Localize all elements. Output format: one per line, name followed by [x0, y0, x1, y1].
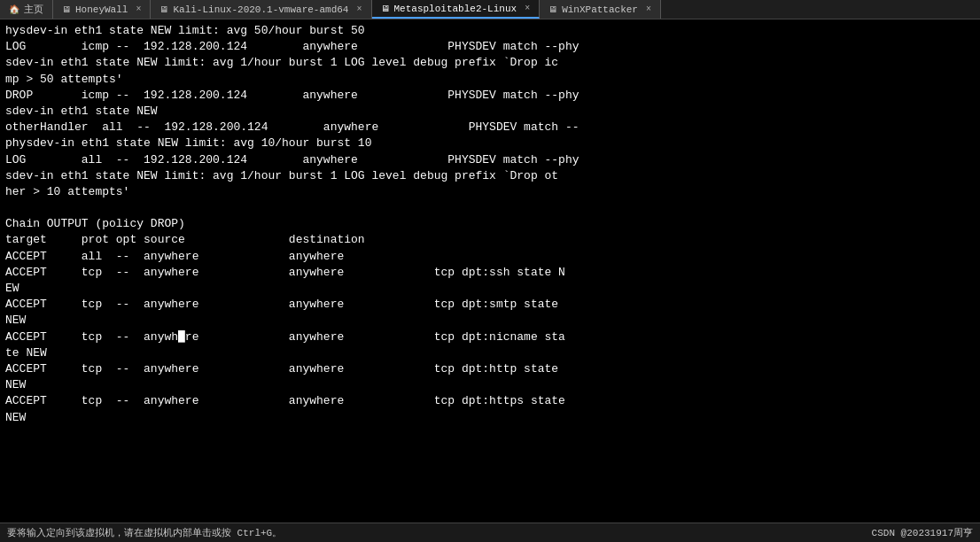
tab-zhuye-label: 主页 [24, 3, 43, 16]
tab-kali-label: Kali-Linux-2020.1-vmware-amd64 [173, 4, 348, 15]
statusbar-message: 要将输入定向到该虚拟机，请在虚拟机内部单击或按 Ctrl+G。 [7, 526, 282, 539]
tab-honeywall-close[interactable]: × [136, 4, 141, 14]
tab-honeywall-icon: 🖥 [62, 4, 71, 15]
tab-winxp[interactable]: 🖥WinXPattacker× [540, 0, 661, 19]
tab-meta-label: Metasploitable2-Linux [394, 4, 517, 14]
tab-meta-icon: 🖥 [381, 4, 390, 14]
tab-winxp-icon: 🖥 [548, 4, 557, 15]
titlebar: 🏠主页🖥HoneyWall×🖥Kali-Linux-2020.1-vmware-… [0, 0, 980, 19]
tab-kali-close[interactable]: × [356, 4, 362, 14]
tab-kali[interactable]: 🖥Kali-Linux-2020.1-vmware-amd64× [151, 0, 371, 19]
terminal-content: hysdev-in eth1 state NEW limit: avg 50/h… [5, 23, 975, 426]
terminal-area[interactable]: hysdev-in eth1 state NEW limit: avg 50/h… [0, 19, 980, 523]
tab-meta-close[interactable]: × [525, 4, 530, 13]
statusbar-credit: CSDN @20231917周亨 [872, 526, 973, 539]
tab-honeywall-label: HoneyWall [75, 4, 128, 15]
tab-meta[interactable]: 🖥Metasploitable2-Linux× [372, 0, 541, 19]
tab-honeywall[interactable]: 🖥HoneyWall× [53, 0, 151, 19]
statusbar: 要将输入定向到该虚拟机，请在虚拟机内部单击或按 Ctrl+G。 CSDN @20… [0, 523, 980, 542]
tab-winxp-label: WinXPattacker [562, 4, 638, 15]
tab-zhuye[interactable]: 🏠主页 [0, 0, 53, 19]
tab-zhuye-icon: 🏠 [9, 4, 19, 15]
tab-winxp-close[interactable]: × [646, 4, 651, 14]
tab-bar: 🏠主页🖥HoneyWall×🖥Kali-Linux-2020.1-vmware-… [0, 0, 661, 19]
tab-kali-icon: 🖥 [159, 4, 168, 15]
